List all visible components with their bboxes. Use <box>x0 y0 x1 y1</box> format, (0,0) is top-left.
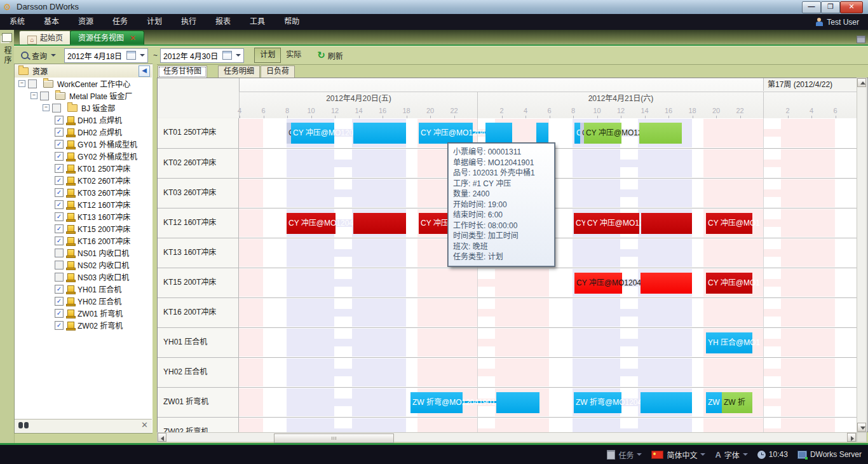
expander-icon[interactable]: − <box>18 80 25 87</box>
scroll-right-button[interactable] <box>847 433 856 442</box>
tree-checkbox[interactable] <box>55 273 64 282</box>
panel-splitter[interactable] <box>153 64 157 443</box>
dropdown-arrow-icon[interactable] <box>637 453 642 456</box>
gantt-bar[interactable]: C <box>287 123 291 144</box>
expander-icon[interactable]: − <box>43 104 50 111</box>
gantt-bar[interactable]: C <box>574 123 580 144</box>
view-tab[interactable]: 任务明细 <box>218 65 260 78</box>
gantt-bar[interactable]: CY 冲压@MO1 <box>706 273 752 294</box>
tree-item[interactable]: ✓YH02 压合机 <box>15 295 152 307</box>
gantt-bar[interactable] <box>496 392 539 413</box>
tree-item[interactable]: ✓ZW02 折弯机 <box>15 319 152 331</box>
clear-icon[interactable]: ✕ <box>141 420 148 430</box>
menu-item[interactable]: 资源 <box>69 14 103 30</box>
gantt-bar[interactable]: CY 冲压@MO12041904 <box>287 213 336 234</box>
menu-item[interactable]: 报表 <box>206 14 240 30</box>
gantt-bar[interactable] <box>353 123 406 144</box>
refresh-button[interactable]: ↻ 刷新 <box>313 48 348 62</box>
gantt-bar[interactable]: ZW 折弯@MO12041901 <box>410 392 463 413</box>
tree-item[interactable]: ✓KT02 260T冲床 <box>15 174 152 186</box>
tree-checkbox[interactable] <box>55 249 64 257</box>
expander-icon[interactable]: − <box>31 92 37 99</box>
tree-checkbox[interactable]: ✓ <box>55 188 64 197</box>
tab-close-icon[interactable]: ✕ <box>130 34 136 43</box>
panel-icon[interactable] <box>2 33 12 42</box>
tree-item[interactable]: ✓KT01 250T冲床 <box>15 162 152 174</box>
horizontal-scrollbar[interactable] <box>157 432 857 442</box>
side-strip-label[interactable]: 程序 <box>2 46 13 65</box>
menu-item[interactable]: 基本 <box>34 14 69 30</box>
dropdown-arrow-icon[interactable] <box>700 453 705 456</box>
scroll-up-button[interactable] <box>857 78 866 87</box>
tree-item[interactable]: ✓KT12 160T冲床 <box>15 198 152 210</box>
gantt-bar[interactable] <box>485 123 512 144</box>
tree-item[interactable]: ✓GY01 外桶成型机 <box>15 138 152 150</box>
tree-item[interactable]: ✓YH01 压合机 <box>15 283 152 295</box>
gantt-bar[interactable] <box>641 273 692 294</box>
tree-item[interactable]: NS03 内收口机 <box>15 271 152 283</box>
status-item[interactable]: 简体中文 <box>651 449 705 460</box>
gantt-bar[interactable]: CY 冲压@MO12041901 <box>291 123 334 144</box>
tree-item[interactable]: ✓KT16 200T冲床 <box>15 235 152 247</box>
gantt-bar[interactable]: CY 冲压@MO12041904 <box>585 213 639 234</box>
tree-item[interactable]: ✓ZW01 折弯机 <box>15 307 152 319</box>
menu-item[interactable]: 帮助 <box>275 14 309 30</box>
user-box[interactable]: Test User <box>815 14 859 30</box>
tree-checkbox[interactable]: ✓ <box>55 164 64 173</box>
date-to-field[interactable]: 2012年 4月30日 <box>160 48 244 63</box>
date-from-dropdown-arrow[interactable] <box>140 54 145 57</box>
find-icon[interactable] <box>18 422 29 428</box>
tree-checkbox[interactable]: ✓ <box>55 140 64 149</box>
menu-item[interactable]: 系统 <box>0 14 34 30</box>
tree-item[interactable]: ✓GY02 外桶成型机 <box>15 150 152 162</box>
date-to-dropdown-arrow[interactable] <box>236 54 241 57</box>
view-tab[interactable]: 日负荷 <box>261 65 295 78</box>
title-bar[interactable]: ⚙ Darsson DWorks — ❐ ✕ <box>0 0 868 15</box>
gantt-bar[interactable]: ZW 折 <box>722 392 752 413</box>
tree-checkbox[interactable] <box>40 92 49 100</box>
tree-checkbox[interactable] <box>55 261 64 270</box>
tree-checkbox[interactable]: ✓ <box>55 285 64 294</box>
dropdown-arrow-icon[interactable] <box>743 453 748 456</box>
tree-item[interactable]: ✓KT15 200T冲床 <box>15 222 152 235</box>
gantt-bar[interactable]: CY 冲压@MO12041901 <box>419 123 473 144</box>
tree-checkbox[interactable]: ✓ <box>55 116 64 125</box>
menu-item[interactable]: 计划 <box>137 14 172 30</box>
status-item[interactable]: 任务 <box>607 449 642 460</box>
tab-start-page[interactable]: ⌂起始页 <box>19 31 71 45</box>
plan-toggle-button[interactable]: 计划 <box>254 48 281 63</box>
dock-layout-icon[interactable] <box>857 36 865 43</box>
gantt-bar[interactable] <box>641 213 692 234</box>
tree-item[interactable]: ✓KT13 160T冲床 <box>15 210 152 222</box>
close-button[interactable]: ✕ <box>840 1 863 13</box>
tree-checkbox[interactable]: ✓ <box>55 152 64 161</box>
tree-checkbox[interactable]: ✓ <box>55 297 64 306</box>
tree-item[interactable]: NS01 内收口机 <box>15 247 152 259</box>
tree-checkbox[interactable]: ✓ <box>55 200 64 209</box>
status-item[interactable]: A字体 <box>715 449 747 460</box>
tab-resource-task-view[interactable]: 资源任务视图✕ <box>70 31 144 45</box>
tree-checkbox[interactable]: ✓ <box>55 309 64 318</box>
tree-item[interactable]: −BJ 钣金部 <box>15 102 152 114</box>
tree-checkbox[interactable]: ✓ <box>55 176 64 185</box>
gantt-bar[interactable] <box>639 123 682 144</box>
gantt-bar[interactable] <box>536 123 548 144</box>
vertical-scrollbar[interactable] <box>857 78 867 432</box>
tree-item[interactable]: −WorkCenter 工作中心 <box>15 78 152 90</box>
collapse-panel-button[interactable]: ◀ <box>139 65 150 77</box>
gantt-bar[interactable]: CY 冲 <box>574 213 585 234</box>
tree-checkbox[interactable]: ✓ <box>55 224 64 233</box>
tree-checkbox[interactable]: ✓ <box>55 128 64 137</box>
tree-checkbox[interactable]: ✓ <box>55 236 64 245</box>
calendar-icon[interactable] <box>222 51 232 60</box>
tree-item[interactable]: ✓DH02 点焊机 <box>15 126 152 138</box>
date-from-field[interactable]: 2012年 4月18日 <box>64 48 148 63</box>
horizontal-scroll-thumb[interactable] <box>274 433 394 443</box>
scroll-down-button[interactable] <box>857 423 866 432</box>
tree-item[interactable]: −Metal Plate 钣金厂 <box>15 90 152 102</box>
view-tab[interactable]: 任务甘特图 <box>158 65 207 78</box>
tree-item[interactable]: NS02 内收口机 <box>15 259 152 271</box>
gantt-bar[interactable]: CY 冲压@MO12041903 <box>574 273 622 294</box>
query-dropdown-arrow[interactable] <box>51 54 56 57</box>
tree-checkbox[interactable] <box>52 104 61 113</box>
